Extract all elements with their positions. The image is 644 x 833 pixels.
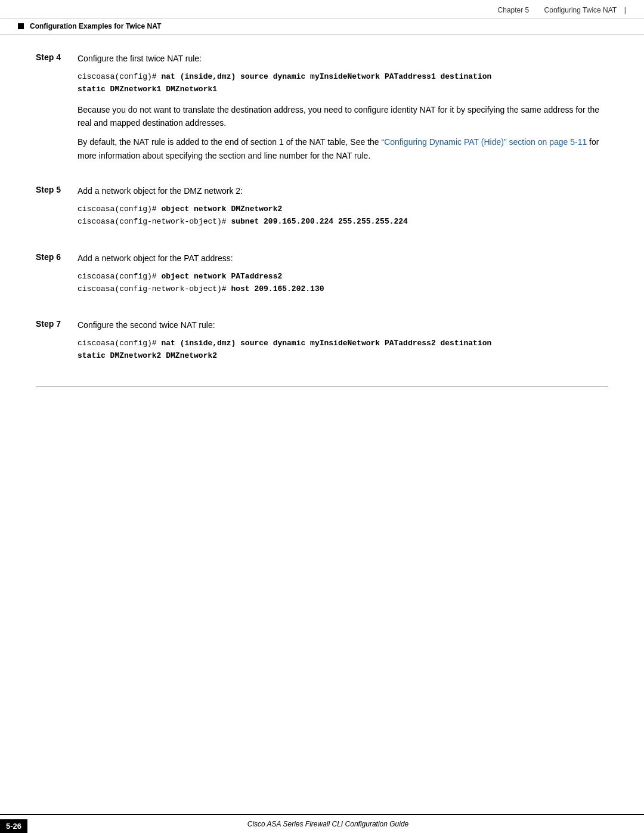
page-subheader: Configuration Examples for Twice NAT <box>0 18 644 35</box>
step-7-content: Configure the second twice NAT rule: cis… <box>78 319 608 370</box>
header-pipe: | <box>620 6 626 14</box>
header-separator <box>532 6 540 14</box>
main-content: Step 4 Configure the first twice NAT rul… <box>0 35 644 411</box>
step-4-block: Step 4 Configure the first twice NAT rul… <box>36 52 608 168</box>
chapter-label: Chapter 5 <box>498 6 530 14</box>
chapter-title: Configuring Twice NAT <box>544 6 617 14</box>
step-4-code: ciscoasa(config)# nat (inside,dmz) sourc… <box>78 71 608 96</box>
step-5-label: Step 5 <box>36 185 78 236</box>
header-chapter-title: Chapter 5 Configuring Twice NAT | <box>498 6 626 14</box>
footer-guide-title: Cisco ASA Series Firewall CLI Configurat… <box>30 820 626 828</box>
step-5-block: Step 5 Add a network object for the DMZ … <box>36 185 608 236</box>
step-7-label: Step 7 <box>36 319 78 370</box>
step-5-intro: Add a network object for the DMZ network… <box>78 185 608 197</box>
step-7-block: Step 7 Configure the second twice NAT ru… <box>36 319 608 370</box>
step-4-intro: Configure the first twice NAT rule: <box>78 52 608 65</box>
step-4-desc-1: Because you do not want to translate the… <box>78 103 608 130</box>
content-divider <box>36 386 608 387</box>
page-header: Chapter 5 Configuring Twice NAT | <box>0 0 644 18</box>
step-6-block: Step 6 Add a network object for the PAT … <box>36 252 608 303</box>
page-number: 5-26 <box>0 819 27 833</box>
step-4-label: Step 4 <box>36 52 78 168</box>
step-6-intro: Add a network object for the PAT address… <box>78 252 608 265</box>
step-4-content: Configure the first twice NAT rule: cisc… <box>78 52 608 168</box>
step-5-content: Add a network object for the DMZ network… <box>78 185 608 236</box>
step-5-code: ciscoasa(config)# object network DMZnetw… <box>78 203 608 228</box>
nat-table-link[interactable]: “Configuring Dynamic PAT (Hide)” section… <box>382 137 587 147</box>
step-6-label: Step 6 <box>36 252 78 303</box>
page-footer: 5-26 Cisco ASA Series Firewall CLI Confi… <box>0 814 644 833</box>
step-7-intro: Configure the second twice NAT rule: <box>78 319 608 332</box>
step-4-desc-2: By default, the NAT rule is added to the… <box>78 135 608 162</box>
step-6-content: Add a network object for the PAT address… <box>78 252 608 303</box>
step-7-code: ciscoasa(config)# nat (inside,dmz) sourc… <box>78 337 608 363</box>
section-marker-icon <box>18 23 24 29</box>
section-title: Configuration Examples for Twice NAT <box>30 22 161 30</box>
step-6-code: ciscoasa(config)# object network PATaddr… <box>78 271 608 296</box>
